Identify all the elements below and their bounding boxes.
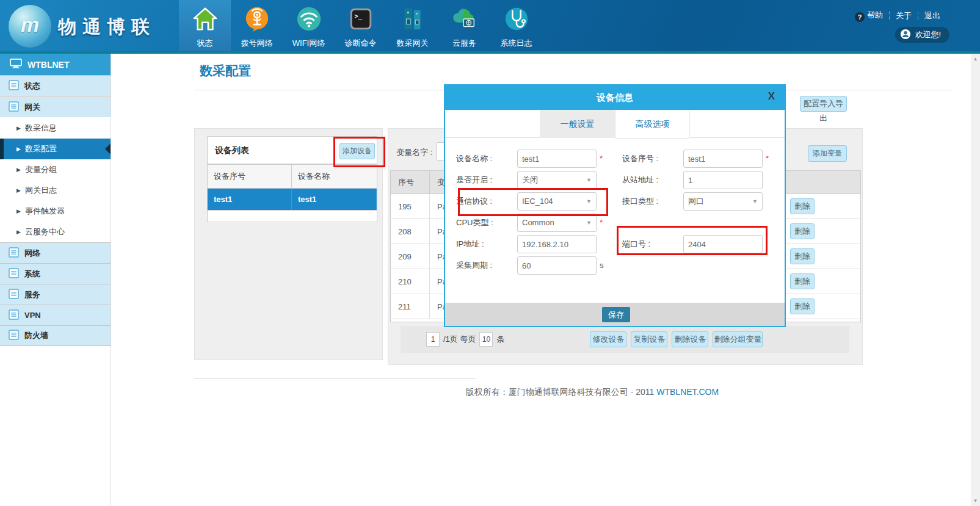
vertical-scrollbar[interactable]: ▲ ▼ [971,54,980,506]
page-size-input[interactable] [479,332,493,347]
sidebar-item-system[interactable]: 系统 [0,263,111,284]
config-import-export-button[interactable]: 配置导入导出 [800,96,847,112]
sidebar-item-label: 防火墙 [24,330,48,341]
modify-device-button[interactable]: 修改设备 [590,331,626,347]
delete-device-button[interactable]: 删除设备 [672,331,708,347]
delete-row-button[interactable]: 删除 [790,298,815,314]
list-icon [9,101,19,114]
port-label: 端口号 : [622,235,650,253]
sidebar-item-firewall[interactable]: 防火墙 [0,325,111,346]
nav-item-wifi-network[interactable]: WIFI网络 [283,0,335,54]
close-icon[interactable]: X [768,90,775,103]
modal-tab-bar: 一般设置 高级选项 [445,110,785,138]
device-row-selected[interactable]: test1 test1 [208,189,377,211]
device-name-input[interactable] [517,150,597,168]
copy-device-button[interactable]: 复制设备 [631,331,667,347]
nav-item-cloud-service[interactable]: 云服务 [438,0,490,54]
sidebar-item-data-info[interactable]: ▶数采信息 [0,118,111,139]
row-no-cell: 209 [391,252,429,261]
protocol-label: 通信协议 : [456,192,492,211]
list-icon [9,330,19,342]
scroll-up-icon[interactable]: ▲ [971,56,980,62]
delete-group-variable-button[interactable]: 删除分组变量 [713,331,763,347]
list-icon [9,268,19,280]
scroll-down-icon[interactable]: ▼ [971,498,980,504]
device-list-title: 设备列表 [215,145,249,156]
slave-address-label: 从站地址 : [622,171,658,189]
sidebar-item-cloud-center[interactable]: ▶云服务中心 [0,222,111,242]
logout-link[interactable]: 退出 [918,10,946,21]
chevron-down-icon: ▼ [586,214,592,231]
page-count-text: /1页 每页 [443,334,476,345]
nav-item-diagnostic-command[interactable]: >_ 诊断命令 [335,0,387,54]
port-input[interactable] [683,235,763,253]
chevron-down-icon: ▼ [586,193,592,210]
modal-title: 设备信息 [445,85,785,110]
footer-link[interactable]: WTBLNET.COM [656,387,719,397]
sidebar: WTBLNET 状态 网关 ▶数采信息 ▶数采配置 ▶变量分组 ▶网关日志 ▶事… [0,54,111,506]
sidebar-item-event-trigger[interactable]: ▶事件触发器 [0,201,111,222]
delete-row-button[interactable]: 删除 [790,248,815,264]
nav-label: 诊断命令 [335,38,387,49]
slave-address-input[interactable] [683,171,763,189]
pagination-bar: /1页 每页 条 修改设备 复制设备 删除设备 删除分组变量 [401,326,849,353]
ip-address-input[interactable] [517,235,597,253]
nav-item-system-log[interactable]: 系统日志 [490,0,542,54]
help-link[interactable]: ?帮助 [849,10,889,22]
sidebar-item-label: 数采配置 [25,143,57,154]
question-icon: ? [855,12,865,22]
about-link[interactable]: 关于 [890,10,918,21]
select-value: IEC_104 [522,197,553,206]
delete-row-button[interactable]: 删除 [790,198,815,214]
required-asterisk: * [600,150,603,168]
cpu-type-select[interactable]: Common▼ [517,214,597,232]
sidebar-header-label: WTBLNET [27,60,69,70]
tab-advanced-options[interactable]: 高级选项 [615,110,690,139]
collect-period-label: 采集周期 : [456,256,492,275]
protocol-select[interactable]: IEC_104▼ [517,192,597,211]
row-no-cell: 195 [391,202,429,211]
add-variable-button[interactable]: 添加变量 [808,145,847,162]
nav-item-dialup-network[interactable]: 拨号网络 [231,0,283,54]
device-table: 设备序号 设备名称 test1 test1 [207,164,377,222]
sidebar-item-gateway-log[interactable]: ▶网关日志 [0,180,111,201]
device-name-label: 设备名称 : [456,150,492,168]
chevron-down-icon: ▼ [752,193,758,210]
nav-label: WIFI网络 [283,38,335,49]
sidebar-item-service[interactable]: 服务 [0,284,111,305]
sidebar-item-network[interactable]: 网络 [0,242,111,263]
nav-item-data-gateway[interactable]: 数采网关 [387,0,438,54]
sidebar-item-status[interactable]: 状态 [0,75,111,96]
wifi-icon [295,5,323,35]
delete-row-button[interactable]: 删除 [790,223,815,239]
sidebar-item-label: 网关 [24,102,40,113]
device-serial-input[interactable] [683,150,763,168]
required-asterisk: * [766,150,769,168]
divider [194,378,476,379]
interface-type-select[interactable]: 网口▼ [683,192,763,211]
enabled-select[interactable]: 关闭▼ [517,171,597,189]
modal-footer: 保存 [445,303,785,326]
sidebar-item-vpn[interactable]: VPN [0,305,111,325]
enabled-label: 是否开启 : [456,171,492,189]
save-button[interactable]: 保存 [602,307,630,322]
nav-item-status[interactable]: 状态 [179,0,231,54]
sidebar-item-gateway[interactable]: 网关 [0,96,111,117]
collect-period-input[interactable] [517,256,597,275]
sidebar-item-label: 事件触发器 [25,206,65,217]
triangle-icon: ▶ [16,167,21,173]
page-number-input[interactable] [426,332,440,347]
delete-row-button[interactable]: 删除 [790,273,815,289]
monitor-icon [10,59,22,70]
user-icon [900,29,911,42]
ip-address-label: IP地址 : [456,235,484,253]
nav-label: 状态 [179,38,231,49]
app-window: m 物通博联 状态 拨号网络 WIFI网络 >_ 诊断命令 [0,0,980,506]
tab-general-settings[interactable]: 一般设置 [540,110,615,138]
sidebar-item-data-config[interactable]: ▶数采配置 [0,139,111,159]
list-icon [9,80,19,92]
triangle-icon: ▶ [16,208,21,214]
seconds-suffix: s [600,256,604,275]
add-device-button[interactable]: 添加设备 [339,143,375,159]
sidebar-item-variable-group[interactable]: ▶变量分组 [0,159,111,180]
